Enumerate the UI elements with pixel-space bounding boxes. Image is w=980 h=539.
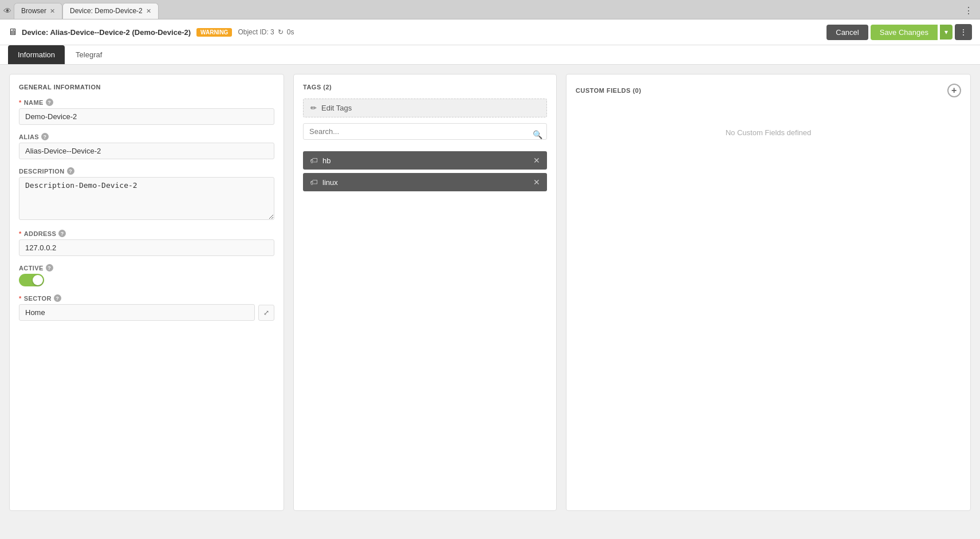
sector-row: ⤢ (19, 304, 274, 321)
object-id: Object ID: 3 (238, 28, 274, 36)
page-header: 🖥 Device: Alias-Device--Device-2 (Demo-D… (0, 19, 980, 45)
refresh-icon: ↻ (278, 28, 284, 36)
tab-device-close[interactable]: ✕ (146, 7, 151, 15)
alias-label: ALIAS ? (19, 133, 274, 140)
tab-browser-close[interactable]: ✕ (50, 7, 55, 15)
tab-navigation: Information Telegraf (0, 45, 980, 65)
tag-remove-linux[interactable]: ✕ (533, 178, 540, 187)
sector-input[interactable] (19, 304, 255, 321)
address-input[interactable] (19, 239, 274, 256)
description-field-group: DESCRIPTION ? (19, 167, 274, 222)
tag-icon-hb: 🏷 (310, 156, 318, 165)
tab-browser-label: Browser (21, 7, 46, 15)
active-toggle-wrapper (19, 274, 274, 286)
custom-fields-title: CUSTOM FIELDS (0) + (576, 84, 961, 97)
tabs-more-icon[interactable]: ⋮ (961, 5, 977, 16)
tab-information[interactable]: Information (8, 45, 65, 64)
tag-name-hb: hb (322, 156, 330, 165)
tag-icon-linux: 🏷 (310, 178, 318, 187)
custom-fields-panel: CUSTOM FIELDS (0) + No Custom Fields def… (566, 74, 971, 511)
description-textarea[interactable] (19, 177, 274, 220)
warning-badge: WARNING (196, 28, 232, 37)
address-field-group: * ADDRESS ? (19, 230, 274, 256)
active-help-icon[interactable]: ? (46, 264, 53, 272)
browser-tab-bar: 👁 Browser ✕ Device: Demo-Device-2 ✕ ⋮ (0, 0, 980, 19)
address-help-icon[interactable]: ? (58, 230, 66, 237)
save-button[interactable]: Save Changes (871, 25, 938, 40)
name-input[interactable] (19, 108, 274, 125)
tab-browser[interactable]: Browser ✕ (14, 3, 62, 19)
general-info-panel: GENERAL INFORMATION * NAME ? ALIAS ? DES… (9, 74, 284, 511)
sector-field-group: * SECTOR ? ⤢ (19, 294, 274, 321)
main-content: GENERAL INFORMATION * NAME ? ALIAS ? DES… (0, 65, 980, 520)
tab-device-label: Device: Demo-Device-2 (70, 7, 143, 15)
top-actions: Cancel Save Changes ▾ ⋮ (826, 24, 972, 40)
tab-device[interactable]: Device: Demo-Device-2 ✕ (62, 3, 159, 19)
description-help-icon[interactable]: ? (67, 167, 74, 175)
tag-hb: 🏷 hb ✕ (303, 151, 547, 170)
general-info-title: GENERAL INFORMATION (19, 84, 274, 91)
description-label: DESCRIPTION ? (19, 167, 274, 175)
add-custom-field-button[interactable]: + (947, 84, 961, 97)
page-title: Device: Alias-Device--Device-2 (Demo-Dev… (22, 28, 191, 37)
sector-label: * SECTOR ? (19, 294, 274, 302)
tab-telegraf[interactable]: Telegraf (66, 45, 112, 64)
name-help-icon[interactable]: ? (46, 99, 53, 106)
name-field-group: * NAME ? (19, 99, 274, 125)
sector-external-link[interactable]: ⤢ (258, 305, 274, 321)
edit-pencil-icon: ✏ (310, 104, 317, 112)
tag-name-linux: linux (322, 178, 338, 187)
cancel-button[interactable]: Cancel (826, 25, 868, 40)
save-dropdown-button[interactable]: ▾ (940, 25, 953, 40)
name-label: * NAME ? (19, 99, 274, 106)
more-actions-button[interactable]: ⋮ (955, 24, 972, 40)
tags-search-input[interactable] (303, 123, 547, 140)
alias-field-group: ALIAS ? (19, 133, 274, 159)
tag-linux: 🏷 linux ✕ (303, 173, 547, 191)
alias-help-icon[interactable]: ? (41, 133, 49, 140)
refresh-time: 0s (287, 28, 294, 36)
custom-fields-empty: No Custom Fields defined (576, 105, 961, 160)
search-icon: 🔍 (533, 130, 542, 139)
toggle-knob (33, 275, 43, 285)
eye-icon: 👁 (3, 6, 11, 15)
active-field-group: ACTIVE ? (19, 264, 274, 286)
active-label: ACTIVE ? (19, 264, 274, 272)
tags-panel: TAGS (2) ✏ Edit Tags 🔍 🏷 hb ✕ 🏷 linux ✕ (293, 74, 557, 511)
alias-input[interactable] (19, 143, 274, 159)
sector-help-icon[interactable]: ? (54, 294, 61, 302)
edit-tags-button[interactable]: ✏ Edit Tags (303, 99, 547, 117)
tags-search-wrapper: 🔍 (303, 123, 547, 145)
tags-title: TAGS (2) (303, 84, 547, 91)
address-label: * ADDRESS ? (19, 230, 274, 237)
tag-remove-hb[interactable]: ✕ (533, 156, 540, 165)
active-toggle[interactable] (19, 274, 44, 286)
meta-info: Object ID: 3 ↻ 0s (238, 28, 294, 36)
device-icon: 🖥 (8, 27, 17, 37)
